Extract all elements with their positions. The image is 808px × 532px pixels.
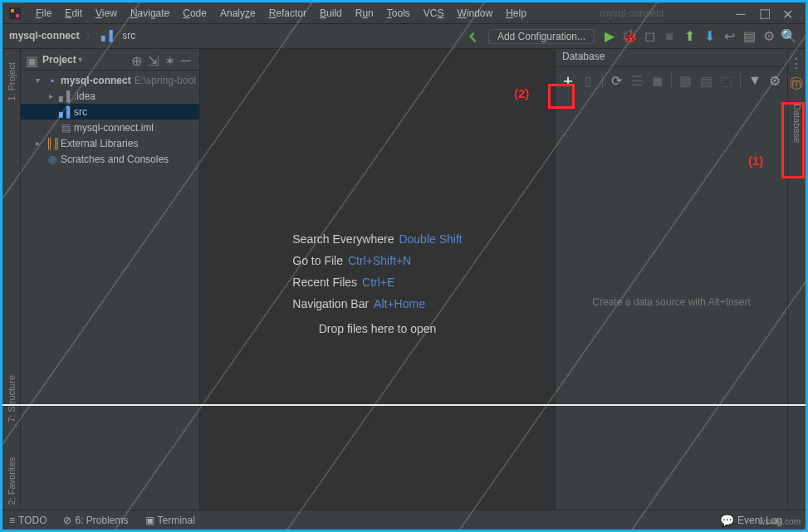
vcs-commit-icon[interactable]: ⬆ xyxy=(681,28,698,45)
menu-edit[interactable]: Edit xyxy=(58,6,89,21)
close-button[interactable]: ✕ xyxy=(782,7,796,20)
tree-scratches-label: Scratches and Consoles xyxy=(61,154,169,165)
panel-hide-icon[interactable]: ─ xyxy=(181,53,194,66)
project-panel-header: ▣ Project ▾ ⊕ ⇲ ✶ ─ xyxy=(21,49,199,71)
db-console-icon[interactable]: ▤ xyxy=(697,71,714,90)
status-bar: ≡TODO ⊘6: Problems ▣Terminal 💬Event Log xyxy=(2,510,806,530)
ant-icon[interactable]: ⋮ xyxy=(790,56,805,71)
tab-favorites[interactable]: 2: Favorites xyxy=(7,452,17,510)
breadcrumb[interactable]: mysql-connect 〉 ▖▌ src xyxy=(9,29,135,43)
menu-help[interactable]: Help xyxy=(499,6,533,21)
project-tree: ▾▪ mysql-connect E:\spring-boot ▸▖▌ .ide… xyxy=(21,71,199,168)
debug-icon[interactable]: 🐞 xyxy=(621,28,638,45)
menu-code[interactable]: Code xyxy=(176,6,213,21)
database-tool-window: Database ＋ ▯ ⟳ ☰ ◼ ▦ ▤ ⬚ ▼ ⚙ Create a da… xyxy=(555,49,787,510)
menu-analyze[interactable]: Analyze xyxy=(213,6,262,21)
tree-root[interactable]: ▾▪ mysql-connect E:\spring-boot xyxy=(21,72,199,88)
panel-view-chevron-icon[interactable]: ▾ xyxy=(78,55,82,64)
settings-icon[interactable]: ⚙ xyxy=(761,28,777,45)
terminal-icon: ▣ xyxy=(145,515,154,526)
hint-navbar-label: Navigation Bar xyxy=(292,297,369,310)
panel-aim-icon[interactable]: ⊕ xyxy=(131,53,144,66)
tree-external-libs[interactable]: ▸║║ External Libraries xyxy=(21,135,199,151)
problems-icon: ⊘ xyxy=(63,515,71,526)
hint-navbar-key: Alt+Home xyxy=(374,297,425,310)
hint-goto-key: Ctrl+Shift+N xyxy=(348,254,411,267)
tree-iml-label: mysql-connect.iml xyxy=(74,122,154,134)
editor-hints: Search EverywhereDouble Shift Go to File… xyxy=(292,224,462,335)
run-icon[interactable]: ▶ xyxy=(601,28,618,45)
db-diagram-icon[interactable]: ⬚ xyxy=(717,71,735,90)
tree-external-label: External Libraries xyxy=(61,138,138,149)
folder-icon: ▖▌ xyxy=(101,30,116,41)
project-structure-icon[interactable]: ▤ xyxy=(741,28,757,45)
breadcrumb-root: mysql-connect xyxy=(9,30,80,41)
tree-scratches[interactable]: ◎ Scratches and Consoles xyxy=(21,151,199,167)
hint-goto-label: Go to File xyxy=(292,254,343,267)
tree-root-path: E:\spring-boot xyxy=(135,75,197,86)
tree-iml-file[interactable]: ▤ mysql-connect.iml xyxy=(21,120,199,135)
breadcrumb-leaf: src xyxy=(122,30,135,41)
tree-src-label: src xyxy=(74,106,87,118)
db-table-icon[interactable]: ▦ xyxy=(677,71,694,90)
stop-icon[interactable]: ■ xyxy=(661,28,678,45)
tree-src-folder[interactable]: ▖▌ src xyxy=(21,104,199,120)
tree-root-label: mysql-connect xyxy=(61,75,131,86)
svg-rect-1 xyxy=(11,9,14,12)
add-configuration-button[interactable]: Add Configuration... xyxy=(488,29,595,44)
panel-title: Project xyxy=(42,54,76,66)
vcs-update-icon[interactable]: ⬇ xyxy=(701,28,717,45)
window-title: mysql-connect xyxy=(533,7,731,19)
minimize-button[interactable]: ─ xyxy=(736,7,749,20)
maven-icon[interactable]: ⓜ xyxy=(790,76,805,90)
panel-collapse-icon[interactable]: ⇲ xyxy=(148,53,161,66)
menu-run[interactable]: Run xyxy=(349,6,380,21)
hint-search-label: Search Everywhere xyxy=(292,232,394,246)
tree-idea-folder[interactable]: ▸▖▌ .idea xyxy=(21,88,199,104)
editor-area[interactable]: Search EverywhereDouble Shift Go to File… xyxy=(200,49,555,510)
menu-tools[interactable]: Tools xyxy=(380,6,417,21)
tab-project[interactable]: 1: Project xyxy=(7,57,17,105)
tree-idea-label: .idea xyxy=(74,90,95,102)
db-filter-db-icon[interactable]: ☰ xyxy=(628,71,645,90)
coverage-icon[interactable]: ◻ xyxy=(641,28,658,45)
db-dup-icon[interactable]: ▯ xyxy=(579,71,596,90)
database-toolbar: ＋ ▯ ⟳ ☰ ◼ ▦ ▤ ⬚ ▼ ⚙ xyxy=(556,67,787,94)
menu-navigate[interactable]: Navigate xyxy=(124,6,176,21)
db-gear-icon[interactable]: ⚙ xyxy=(766,71,784,90)
left-tool-stripe: 1: Project 7: Structure 2: Favorites xyxy=(2,49,21,510)
status-todo[interactable]: ≡TODO xyxy=(9,515,47,526)
hint-recent-key: Ctrl+E xyxy=(362,276,394,289)
status-problems[interactable]: ⊘6: Problems xyxy=(63,515,128,526)
db-add-icon[interactable]: ＋ xyxy=(559,71,576,90)
menu-file[interactable]: FFileile xyxy=(29,6,58,21)
search-everywhere-icon[interactable]: 🔍 xyxy=(781,28,797,45)
db-funnel-icon[interactable]: ▼ xyxy=(746,71,763,90)
status-terminal[interactable]: ▣Terminal xyxy=(145,515,195,526)
watermark-url: wsxdn.com xyxy=(759,517,801,526)
database-panel-title: Database xyxy=(556,49,787,67)
svg-rect-2 xyxy=(16,14,19,17)
db-stop-icon[interactable]: ◼ xyxy=(649,71,666,90)
hint-search-key: Double Shift xyxy=(399,232,462,246)
tab-structure[interactable]: 7: Structure xyxy=(7,370,17,427)
hint-drop: Drop files here to open xyxy=(292,322,462,335)
vcs-history-icon[interactable]: ↩ xyxy=(721,28,737,45)
hammer-icon[interactable] xyxy=(465,28,482,45)
right-tool-stripe: ⋮ ⓜ Database xyxy=(787,49,806,510)
database-empty-hint: Create a data source with Alt+Insert xyxy=(556,94,787,510)
event-log-icon: 💬 xyxy=(720,514,734,527)
menu-build[interactable]: Build xyxy=(313,6,349,21)
db-refresh-icon[interactable]: ⟳ xyxy=(608,71,625,90)
hint-recent-label: Recent Files xyxy=(292,276,357,289)
menu-window[interactable]: Window xyxy=(450,6,499,21)
toolbar: mysql-connect 〉 ▖▌ src Add Configuration… xyxy=(2,24,806,49)
maximize-button[interactable]: ☐ xyxy=(759,7,772,20)
panel-icon: ▣ xyxy=(26,53,39,66)
menu-vcs[interactable]: VCS xyxy=(417,6,451,21)
menubar: FFileile Edit View Navigate Code Analyze… xyxy=(2,2,806,24)
tab-database[interactable]: Database xyxy=(792,104,802,143)
menu-refactor[interactable]: Refactor xyxy=(262,6,313,21)
panel-gear-icon[interactable]: ✶ xyxy=(164,53,178,66)
menu-view[interactable]: View xyxy=(89,6,124,21)
